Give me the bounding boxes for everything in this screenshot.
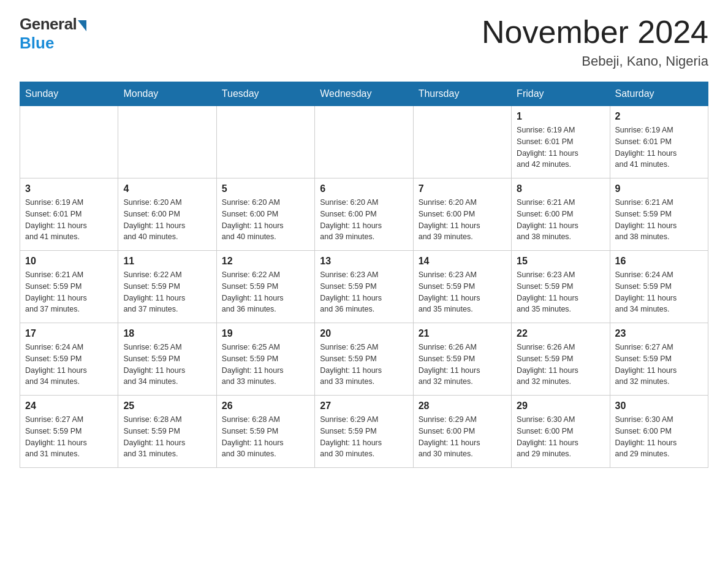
calendar-day-cell: 27Sunrise: 6:29 AMSunset: 5:59 PMDayligh… [315,396,413,468]
logo: General Blue [20,15,86,53]
logo-general-text: General [20,15,77,34]
calendar-day-cell: 26Sunrise: 6:28 AMSunset: 5:59 PMDayligh… [216,396,314,468]
calendar-day-cell: 21Sunrise: 6:26 AMSunset: 5:59 PMDayligh… [413,323,511,396]
calendar-day-cell: 30Sunrise: 6:30 AMSunset: 6:00 PMDayligh… [610,396,708,468]
calendar-day-cell: 24Sunrise: 6:27 AMSunset: 5:59 PMDayligh… [20,396,118,468]
calendar-day-cell: 25Sunrise: 6:28 AMSunset: 5:59 PMDayligh… [118,396,216,468]
day-of-week-header: Friday [512,82,610,106]
day-number: 21 [419,328,506,339]
calendar-day-cell: 11Sunrise: 6:22 AMSunset: 5:59 PMDayligh… [118,251,216,323]
calendar-day-cell: 15Sunrise: 6:23 AMSunset: 5:59 PMDayligh… [512,251,610,323]
day-info: Sunrise: 6:28 AMSunset: 5:59 PMDaylight:… [222,414,309,460]
day-info: Sunrise: 6:24 AMSunset: 5:59 PMDaylight:… [615,269,703,315]
day-info: Sunrise: 6:28 AMSunset: 5:59 PMDaylight:… [123,414,211,460]
calendar-day-cell: 1Sunrise: 6:19 AMSunset: 6:01 PMDaylight… [512,106,610,178]
day-info: Sunrise: 6:20 AMSunset: 6:00 PMDaylight:… [419,197,506,243]
day-of-week-header: Saturday [610,82,708,106]
day-info: Sunrise: 6:23 AMSunset: 5:59 PMDaylight:… [517,269,604,315]
day-number: 26 [222,400,309,412]
calendar-week-row: 1Sunrise: 6:19 AMSunset: 6:01 PMDaylight… [20,106,708,178]
day-info: Sunrise: 6:23 AMSunset: 5:59 PMDaylight:… [320,269,408,315]
day-info: Sunrise: 6:21 AMSunset: 5:59 PMDaylight:… [615,197,703,243]
day-info: Sunrise: 6:19 AMSunset: 6:01 PMDaylight:… [615,124,703,170]
day-number: 24 [25,400,113,412]
calendar-day-cell: 4Sunrise: 6:20 AMSunset: 6:00 PMDaylight… [118,178,216,251]
day-info: Sunrise: 6:29 AMSunset: 6:00 PMDaylight:… [419,414,506,460]
calendar-subtitle: Bebeji, Kano, Nigeria [482,53,708,69]
day-info: Sunrise: 6:19 AMSunset: 6:01 PMDaylight:… [25,197,113,243]
day-number: 15 [517,256,604,267]
day-number: 6 [320,183,408,194]
calendar-day-cell [413,106,511,178]
calendar-day-cell: 12Sunrise: 6:22 AMSunset: 5:59 PMDayligh… [216,251,314,323]
day-info: Sunrise: 6:27 AMSunset: 5:59 PMDaylight:… [615,342,703,388]
day-number: 4 [123,183,211,194]
calendar-header-row: SundayMondayTuesdayWednesdayThursdayFrid… [20,82,708,106]
day-number: 7 [419,183,506,194]
day-info: Sunrise: 6:20 AMSunset: 6:00 PMDaylight:… [222,197,309,243]
calendar-day-cell [20,106,118,178]
day-info: Sunrise: 6:20 AMSunset: 6:00 PMDaylight:… [320,197,408,243]
day-number: 1 [517,111,604,122]
day-info: Sunrise: 6:25 AMSunset: 5:59 PMDaylight:… [222,342,309,388]
page-header: General Blue November 2024 Bebeji, Kano,… [20,15,708,69]
day-number: 22 [517,328,604,339]
day-info: Sunrise: 6:20 AMSunset: 6:00 PMDaylight:… [123,197,211,243]
day-info: Sunrise: 6:30 AMSunset: 6:00 PMDaylight:… [517,414,604,460]
day-info: Sunrise: 6:25 AMSunset: 5:59 PMDaylight:… [320,342,408,388]
day-info: Sunrise: 6:30 AMSunset: 6:00 PMDaylight:… [615,414,703,460]
day-number: 12 [222,256,309,267]
day-info: Sunrise: 6:27 AMSunset: 5:59 PMDaylight:… [25,414,113,460]
calendar-day-cell: 18Sunrise: 6:25 AMSunset: 5:59 PMDayligh… [118,323,216,396]
calendar-day-cell: 3Sunrise: 6:19 AMSunset: 6:01 PMDaylight… [20,178,118,251]
calendar-day-cell: 14Sunrise: 6:23 AMSunset: 5:59 PMDayligh… [413,251,511,323]
title-area: November 2024 Bebeji, Kano, Nigeria [482,15,708,69]
calendar-day-cell: 13Sunrise: 6:23 AMSunset: 5:59 PMDayligh… [315,251,413,323]
day-of-week-header: Tuesday [216,82,314,106]
calendar-day-cell [118,106,216,178]
day-number: 9 [615,183,703,194]
day-info: Sunrise: 6:29 AMSunset: 5:59 PMDaylight:… [320,414,408,460]
day-number: 27 [320,400,408,412]
day-number: 17 [25,328,113,339]
day-number: 8 [517,183,604,194]
day-info: Sunrise: 6:25 AMSunset: 5:59 PMDaylight:… [123,342,211,388]
calendar-table: SundayMondayTuesdayWednesdayThursdayFrid… [20,82,708,468]
logo-arrow-icon [78,20,86,31]
day-number: 25 [123,400,211,412]
day-number: 16 [615,256,703,267]
calendar-day-cell: 28Sunrise: 6:29 AMSunset: 6:00 PMDayligh… [413,396,511,468]
day-info: Sunrise: 6:23 AMSunset: 5:59 PMDaylight:… [419,269,506,315]
day-number: 28 [419,400,506,412]
day-info: Sunrise: 6:22 AMSunset: 5:59 PMDaylight:… [123,269,211,315]
calendar-week-row: 10Sunrise: 6:21 AMSunset: 5:59 PMDayligh… [20,251,708,323]
calendar-week-row: 24Sunrise: 6:27 AMSunset: 5:59 PMDayligh… [20,396,708,468]
day-info: Sunrise: 6:24 AMSunset: 5:59 PMDaylight:… [25,342,113,388]
calendar-day-cell [315,106,413,178]
calendar-week-row: 17Sunrise: 6:24 AMSunset: 5:59 PMDayligh… [20,323,708,396]
calendar-title: November 2024 [482,15,708,50]
day-number: 5 [222,183,309,194]
calendar-day-cell: 17Sunrise: 6:24 AMSunset: 5:59 PMDayligh… [20,323,118,396]
calendar-week-row: 3Sunrise: 6:19 AMSunset: 6:01 PMDaylight… [20,178,708,251]
day-of-week-header: Thursday [413,82,511,106]
day-of-week-header: Wednesday [315,82,413,106]
day-number: 10 [25,256,113,267]
day-number: 20 [320,328,408,339]
day-number: 14 [419,256,506,267]
calendar-day-cell: 19Sunrise: 6:25 AMSunset: 5:59 PMDayligh… [216,323,314,396]
day-number: 23 [615,328,703,339]
day-info: Sunrise: 6:19 AMSunset: 6:01 PMDaylight:… [517,124,604,170]
day-info: Sunrise: 6:26 AMSunset: 5:59 PMDaylight:… [517,342,604,388]
logo-blue-text: Blue [20,34,54,53]
day-number: 19 [222,328,309,339]
calendar-day-cell: 16Sunrise: 6:24 AMSunset: 5:59 PMDayligh… [610,251,708,323]
day-of-week-header: Monday [118,82,216,106]
calendar-day-cell [216,106,314,178]
day-info: Sunrise: 6:21 AMSunset: 6:00 PMDaylight:… [517,197,604,243]
calendar-day-cell: 29Sunrise: 6:30 AMSunset: 6:00 PMDayligh… [512,396,610,468]
calendar-day-cell: 5Sunrise: 6:20 AMSunset: 6:00 PMDaylight… [216,178,314,251]
day-number: 13 [320,256,408,267]
day-of-week-header: Sunday [20,82,118,106]
day-info: Sunrise: 6:26 AMSunset: 5:59 PMDaylight:… [419,342,506,388]
